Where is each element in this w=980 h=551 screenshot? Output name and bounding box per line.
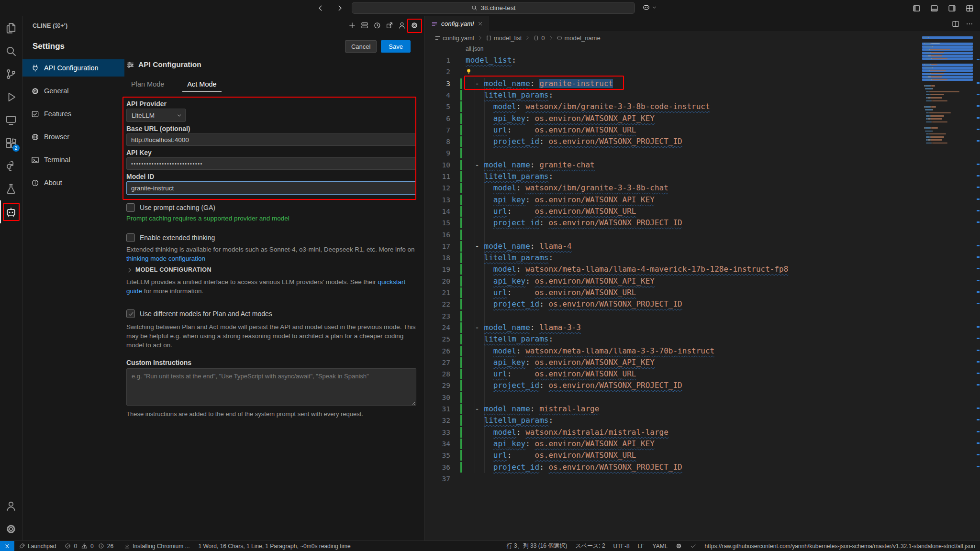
code-line-14[interactable]: 14 url: os.environ/WATSONX_URL: [425, 206, 980, 217]
code-line-26[interactable]: 26 model: watsonx/meta-llama/llama-3-3-7…: [425, 345, 980, 357]
code-line-23[interactable]: 23: [425, 310, 980, 322]
code-line-25[interactable]: 25 litellm_params:: [425, 333, 980, 345]
settings-nav-about[interactable]: About: [22, 174, 124, 191]
code-line-34[interactable]: 34 api_key: os.environ/WATSONX_API_KEY: [425, 438, 980, 450]
activity-explorer[interactable]: [0, 17, 22, 40]
status-launchpad[interactable]: Launchpad: [19, 543, 56, 550]
code-line-20[interactable]: 20 api_key: os.environ/WATSONX_API_KEY: [425, 276, 980, 287]
code-line-5[interactable]: 5 model: watsonx/ibm/granite-3-3-8b-code…: [425, 101, 980, 112]
breadcrumb-model-name[interactable]: model_name: [557, 34, 601, 42]
code-line-11[interactable]: 11 litellm_params:: [425, 171, 980, 182]
activity-extensions[interactable]: 2: [0, 132, 22, 154]
model-id-input[interactable]: [126, 181, 416, 195]
lightbulb-icon[interactable]: [465, 68, 472, 75]
minimap[interactable]: [921, 36, 975, 342]
activity-run-debug[interactable]: [0, 86, 22, 109]
code-line-22[interactable]: 22 project_id: os.environ/WATSONX_PROJEC…: [425, 298, 980, 310]
mcp-servers-button[interactable]: [359, 20, 370, 31]
activity-accounts[interactable]: [0, 495, 22, 518]
breadcrumb-model-list[interactable]: model_list: [486, 34, 522, 42]
status-cursor-position[interactable]: 行 3、列 33 (16 個選択): [507, 542, 568, 550]
breadcrumb-config-yaml[interactable]: config.yaml: [434, 34, 474, 42]
customize-layout-icon[interactable]: [964, 2, 975, 14]
code-editor[interactable]: 1model_list:23 - model_name: granite-ins…: [425, 55, 980, 490]
code-line-9[interactable]: 9: [425, 147, 980, 159]
plan-act-checkbox[interactable]: [126, 309, 135, 318]
settings-nav-general[interactable]: General: [22, 82, 124, 99]
status-indentation[interactable]: スペース: 2: [575, 542, 605, 550]
code-line-21[interactable]: 21 url: os.environ/WATSONX_URL: [425, 287, 980, 298]
code-line-33[interactable]: 33 model: watsonx/mistralai/mistral-larg…: [425, 427, 980, 438]
api-provider-select[interactable]: LiteLLM: [126, 109, 186, 122]
activity-testing[interactable]: [0, 177, 22, 200]
code-line-12[interactable]: 12 model: watsonx/ibm/granite-3-3-8b-cha…: [425, 182, 980, 194]
code-line-19[interactable]: 19 model: watsonx/meta-llama/llama-4-mav…: [425, 264, 980, 275]
open-in-editor-button[interactable]: [384, 20, 395, 31]
code-line-27[interactable]: 27 api_key: os.environ/WATSONX_API_KEY: [425, 357, 980, 368]
code-line-1[interactable]: 1model_list:: [425, 55, 980, 66]
remote-indicator[interactable]: [0, 541, 14, 551]
code-line-6[interactable]: 6 api_key: os.environ/WATSONX_API_KEY: [425, 113, 980, 124]
code-line-32[interactable]: 32 litellm_params:: [425, 415, 980, 426]
code-line-29[interactable]: 29 project_id: os.environ/WATSONX_PROJEC…: [425, 380, 980, 391]
account-button[interactable]: [397, 20, 407, 31]
split-editor-icon[interactable]: [952, 20, 959, 28]
settings-nav-terminal[interactable]: Terminal: [22, 151, 124, 168]
code-line-36[interactable]: 36 project_id: os.environ/WATSONX_PROJEC…: [425, 462, 980, 473]
status-encoding[interactable]: UTF-8: [613, 542, 630, 550]
save-button[interactable]: Save: [381, 40, 411, 53]
status-format-status[interactable]: [690, 542, 696, 550]
more-actions-icon[interactable]: [966, 20, 973, 28]
schema-codelens[interactable]: all.json: [466, 45, 483, 52]
activity-remote-explorer[interactable]: [0, 109, 22, 132]
cancel-button[interactable]: Cancel: [345, 40, 377, 53]
code-line-30[interactable]: 30: [425, 392, 980, 403]
status-problems[interactable]: 0026: [65, 543, 115, 550]
extended-thinking-checkbox[interactable]: [126, 233, 135, 242]
code-line-8[interactable]: 8 project_id: os.environ/WATSONX_PROJECT…: [425, 136, 980, 147]
code-line-35[interactable]: 35 url: os.environ/WATSONX_URL: [425, 450, 980, 461]
prompt-caching-checkbox[interactable]: [126, 203, 135, 212]
code-line-7[interactable]: 7 url: os.environ/WATSONX_URL: [425, 124, 980, 136]
code-line-4[interactable]: 4 litellm_params:: [425, 89, 980, 101]
api-key-input[interactable]: [126, 157, 416, 170]
status-word-count[interactable]: 1 Word, 16 Chars, 1 Line, 1 Paragraph, ~…: [199, 543, 351, 550]
history-button[interactable]: [372, 20, 382, 31]
settings-button[interactable]: [409, 20, 420, 31]
breadcrumb-0[interactable]: 0: [533, 34, 545, 42]
activity-python[interactable]: [0, 154, 22, 177]
new-task-button[interactable]: [347, 20, 357, 31]
activity-search[interactable]: [0, 40, 22, 63]
code-line-2[interactable]: 2: [425, 66, 980, 77]
code-line-3[interactable]: 3 - model_name: granite-instruct: [425, 78, 980, 89]
close-tab-icon[interactable]: [477, 21, 483, 27]
code-line-16[interactable]: 16: [425, 229, 980, 241]
activity-cline[interactable]: [0, 200, 22, 223]
activity-source-control[interactable]: [0, 63, 22, 86]
code-line-24[interactable]: 24 - model_name: llama-3-3: [425, 322, 980, 333]
code-line-37[interactable]: 37: [425, 473, 980, 485]
status-background-task[interactable]: Installing Chromium ...: [124, 543, 189, 550]
settings-nav-features[interactable]: Features: [22, 105, 124, 122]
code-line-18[interactable]: 18 litellm_params:: [425, 252, 980, 264]
tab-config-yaml[interactable]: config.yaml: [425, 16, 489, 31]
settings-nav-api-configuration[interactable]: API Configuration: [22, 59, 124, 77]
model-configuration-toggle[interactable]: MODEL CONFIGURATION: [126, 266, 212, 273]
base-url-input[interactable]: [126, 133, 416, 146]
code-line-15[interactable]: 15 project_id: os.environ/WATSONX_PROJEC…: [425, 217, 980, 229]
status-yaml-extension[interactable]: [676, 542, 682, 550]
status-yaml-schema[interactable]: https://raw.githubusercontent.com/yannh/…: [704, 542, 975, 550]
code-line-28[interactable]: 28 url: os.environ/WATSONX_URL: [425, 368, 980, 380]
tab-act-mode[interactable]: Act Mode: [182, 78, 221, 92]
custom-instructions-input[interactable]: [126, 368, 416, 406]
toggle-panel-icon[interactable]: [928, 2, 940, 14]
command-center[interactable]: 38.cline-test: [352, 2, 635, 14]
thinking-mode-link[interactable]: thinking mode configuration: [126, 255, 205, 262]
activity-manage-settings[interactable]: [0, 518, 22, 540]
status-language-mode[interactable]: YAML: [653, 542, 668, 550]
tab-plan-mode[interactable]: Plan Mode: [126, 78, 169, 92]
status-eol[interactable]: LF: [638, 542, 645, 550]
toggle-primary-sidebar-icon[interactable]: [911, 2, 922, 14]
forward-button[interactable]: [334, 2, 345, 14]
code-line-31[interactable]: 31 - model_name: mistral-large: [425, 403, 980, 415]
